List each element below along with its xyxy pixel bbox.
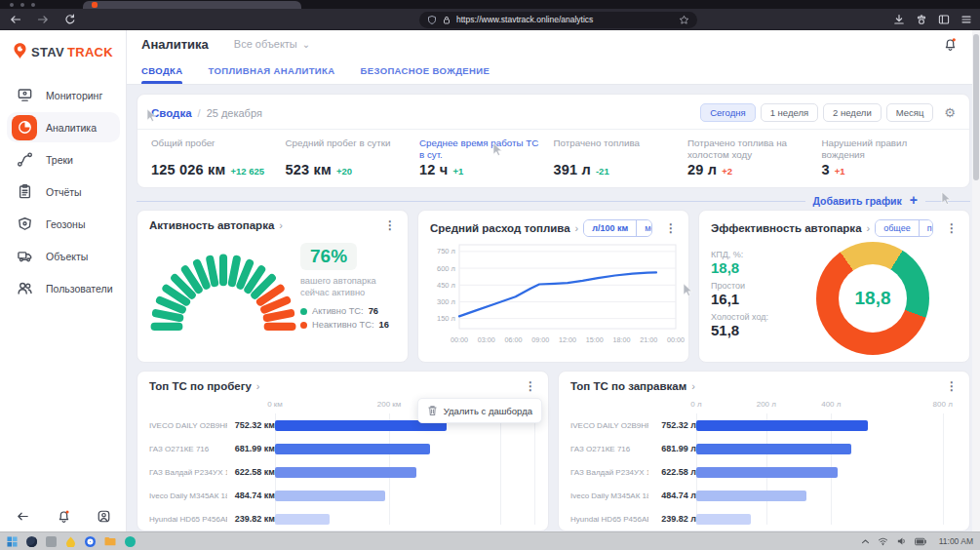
- stat-delta: +1: [835, 166, 845, 177]
- bar-value-label: 752.32 л: [648, 420, 696, 430]
- bar[interactable]: [275, 444, 430, 454]
- sidebar-item-objects[interactable]: Объекты: [0, 240, 127, 272]
- tracking-shield-icon[interactable]: [427, 15, 437, 25]
- tab-fuel-analytics[interactable]: ТОПЛИВНАЯ АНАЛИТИКА: [208, 58, 334, 84]
- scrollbar-thumb[interactable]: [973, 34, 979, 180]
- screen: https://www.stavtrack.online/analytics S…: [0, 0, 980, 550]
- stat-value: 12 ч: [419, 162, 448, 177]
- bar-value-label: 681.99 км: [227, 444, 275, 453]
- bar-value-label: 622.58 км: [227, 467, 275, 477]
- scrollbar[interactable]: [972, 30, 980, 531]
- bar[interactable]: [696, 420, 868, 431]
- bar-track: [696, 491, 956, 501]
- legend-value: 76: [369, 306, 378, 316]
- bar-track: [275, 467, 534, 478]
- stavtrack-logo[interactable]: STAVTRACK: [12, 42, 113, 61]
- tab-summary[interactable]: СВОДКА: [141, 58, 182, 84]
- toggle-engine-hours[interactable]: моточасы: [636, 220, 652, 236]
- active-percent-badge: 76%: [300, 243, 357, 270]
- browser-app-icon[interactable]: [26, 536, 37, 547]
- bar[interactable]: [696, 514, 751, 525]
- kebab-menu-icon[interactable]: ⋮: [946, 222, 958, 234]
- chevron-right-icon[interactable]: ›: [279, 219, 283, 231]
- chevron-right-icon[interactable]: ›: [575, 222, 579, 234]
- downloads-icon[interactable]: [893, 14, 905, 25]
- gridline: [534, 413, 535, 525]
- sidebar-item-analytics[interactable]: Аналитика: [0, 111, 127, 143]
- toggle-l-per-100km[interactable]: л/100 км: [584, 220, 636, 236]
- reload-icon[interactable]: [64, 14, 76, 25]
- window-control-dot[interactable]: [10, 3, 14, 7]
- sidebar-item-geozones[interactable]: Геозоны: [0, 208, 127, 240]
- sidebar-item-label: Отчёты: [46, 186, 82, 198]
- tab-safe-driving[interactable]: БЕЗОПАСНОЕ ВОЖДЕНИЕ: [361, 58, 490, 84]
- kebab-menu-icon[interactable]: ⋮: [946, 380, 958, 392]
- sidebar-item-tracks[interactable]: Треки: [0, 143, 127, 176]
- browser-toolbar: https://www.stavtrack.online/analytics: [0, 9, 980, 30]
- bar[interactable]: [696, 491, 806, 501]
- sidebar-toggle-icon[interactable]: [938, 14, 950, 25]
- sidebar-item-users[interactable]: Пользователи: [0, 272, 127, 304]
- delete-from-dashboard-menu-item[interactable]: Удалить с дашборда: [417, 398, 542, 423]
- sidebar-nav: МониторингАналитикаТрекиОтчётыГеозоныОбъ…: [0, 79, 127, 304]
- alerts-icon[interactable]: [943, 37, 958, 52]
- browser-tab[interactable]: [83, 1, 301, 9]
- bar[interactable]: [696, 444, 851, 454]
- chevron-right-icon[interactable]: ›: [691, 380, 695, 392]
- toggle-detailed[interactable]: подробно: [919, 220, 933, 236]
- add-chart-button[interactable]: Добавить график: [813, 195, 902, 207]
- toggle-general[interactable]: общее: [876, 220, 918, 236]
- account-icon[interactable]: [97, 509, 111, 524]
- browser-tabstrip: [0, 0, 980, 9]
- wifi-icon[interactable]: [878, 536, 888, 546]
- period-button-1[interactable]: 1 неделя: [761, 103, 818, 122]
- forward-icon[interactable]: [37, 14, 49, 25]
- kebab-menu-icon[interactable]: ⋮: [665, 222, 677, 234]
- address-bar[interactable]: https://www.stavtrack.online/analytics: [419, 12, 697, 28]
- bar[interactable]: [696, 467, 838, 478]
- app-icon-yellow[interactable]: [65, 536, 76, 547]
- notifications-bell-icon[interactable]: [57, 509, 71, 524]
- objects-scope-dropdown[interactable]: Все объекты ⌄: [234, 38, 310, 50]
- app-icon-blue[interactable]: [85, 536, 96, 547]
- period-button-2[interactable]: 2 недели: [823, 103, 882, 122]
- window-control-dot[interactable]: [31, 3, 35, 7]
- summary-stat: Нарушений правил вождения3+1: [822, 138, 957, 177]
- menu-item-label: Удалить с дашборда: [444, 406, 532, 416]
- summary-title-link[interactable]: Сводка: [151, 107, 192, 119]
- sidebar-item-reports[interactable]: Отчёты: [0, 176, 127, 208]
- collapse-sidebar-icon[interactable]: [16, 509, 30, 524]
- period-button-0[interactable]: Сегодня: [700, 103, 755, 122]
- menu-hamburger-icon[interactable]: [960, 14, 972, 25]
- bar[interactable]: [275, 514, 330, 525]
- bar[interactable]: [275, 491, 385, 501]
- back-icon[interactable]: [10, 14, 21, 25]
- app-icon-teal[interactable]: [125, 536, 136, 547]
- start-icon[interactable]: [7, 536, 18, 547]
- tray-expand-icon[interactable]: [861, 537, 870, 546]
- battery-icon[interactable]: [915, 537, 927, 546]
- period-button-3[interactable]: Месяц: [886, 103, 934, 122]
- lock-icon[interactable]: [442, 15, 451, 25]
- stat-delta: +12 625: [230, 166, 264, 177]
- volume-icon[interactable]: [896, 536, 907, 546]
- sidebar-item-monitoring[interactable]: Мониторинг: [0, 79, 127, 111]
- chevron-right-icon[interactable]: ›: [256, 380, 260, 392]
- plus-icon[interactable]: +: [910, 192, 918, 208]
- extension-icon[interactable]: [916, 14, 927, 25]
- kebab-menu-icon[interactable]: ⋮: [525, 380, 536, 392]
- page-header: Аналитика Все объекты ⌄: [127, 30, 972, 58]
- gear-icon[interactable]: ⚙: [944, 106, 956, 119]
- summary-stat[interactable]: Среднее время работы ТС в сут.12 ч+1: [419, 138, 554, 177]
- sidebar-item-label: Треки: [46, 154, 73, 166]
- window-control-dot[interactable]: [20, 3, 24, 7]
- app-icon-gray[interactable]: [46, 536, 57, 547]
- bar[interactable]: [275, 467, 416, 478]
- files-folder-icon[interactable]: [104, 536, 116, 546]
- bar-track: [275, 444, 534, 454]
- bar-value-label: 622.58 л: [648, 467, 696, 477]
- taskbar-clock[interactable]: 11:00 AM: [939, 536, 973, 546]
- chevron-right-icon[interactable]: ›: [867, 222, 871, 234]
- bookmark-star-icon[interactable]: [679, 15, 689, 25]
- kebab-menu-icon[interactable]: ⋮: [384, 219, 396, 231]
